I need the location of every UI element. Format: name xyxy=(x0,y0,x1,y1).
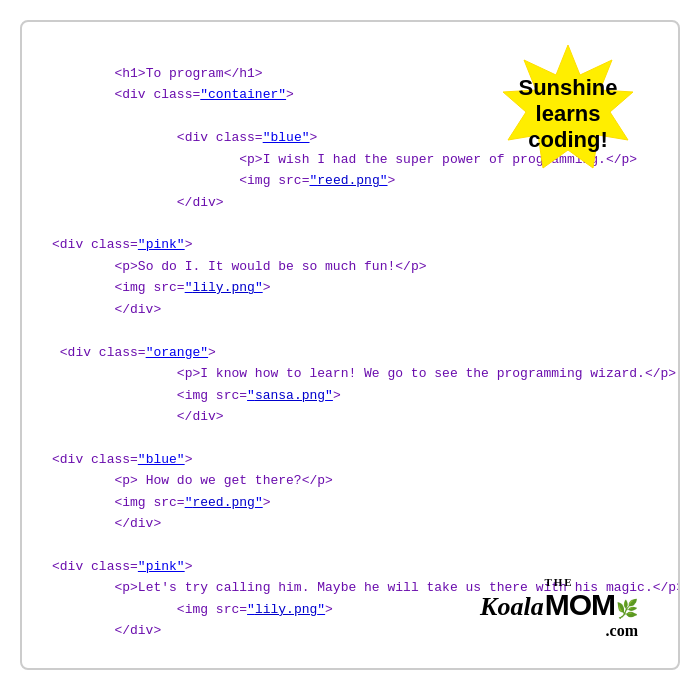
code-line-11: <div class="orange"> xyxy=(52,345,216,360)
logo-the: THE xyxy=(480,576,638,588)
starburst-badge: Sunshine learns coding! xyxy=(488,40,648,190)
code-line-15: <div class="blue"> xyxy=(52,452,192,467)
code-line-17: <img src="reed.png"> xyxy=(52,495,271,510)
code-line-13: <img src="sansa.png"> xyxy=(52,388,341,403)
logo-koala: Koala xyxy=(480,592,544,622)
code-line-6: </div> xyxy=(52,195,224,210)
code-line-2: <div class="container"> xyxy=(52,87,294,102)
koala-mom-logo: THE Koala MOM 🌿 .com xyxy=(480,576,638,640)
code-line-7: <div class="pink"> xyxy=(52,237,192,252)
code-line-18: </div> xyxy=(52,516,161,531)
logo-leaf-icon: 🌿 xyxy=(616,598,638,620)
code-line-8: <p>So do I. It would be so much fun!</p> xyxy=(52,259,427,274)
code-line-5: <img src="reed.png"> xyxy=(52,173,395,188)
logo-mom: MOM xyxy=(545,588,615,622)
starburst-text: Sunshine learns coding! xyxy=(518,75,617,154)
code-line-9: <img src="lily.png"> xyxy=(52,280,271,295)
code-line-3: <div class="blue"> xyxy=(52,130,317,145)
code-line-10: </div> xyxy=(52,302,161,317)
code-line-1: <h1>To program</h1> xyxy=(52,66,263,81)
code-line-21: <img src="lily.png"> xyxy=(52,602,333,617)
code-line-23: <div class="red"> xyxy=(52,666,216,669)
code-line-19: <div class="pink"> xyxy=(52,559,192,574)
code-line-12: <p>I know how to learn! We go to see the… xyxy=(52,366,676,381)
logo-com: .com xyxy=(480,622,638,640)
main-card: <h1>To program</h1> <div class="containe… xyxy=(20,20,680,670)
code-line-16: <p> How do we get there?</p> xyxy=(52,473,333,488)
code-line-22: </div> xyxy=(52,623,161,638)
code-line-14: </div> xyxy=(52,409,224,424)
